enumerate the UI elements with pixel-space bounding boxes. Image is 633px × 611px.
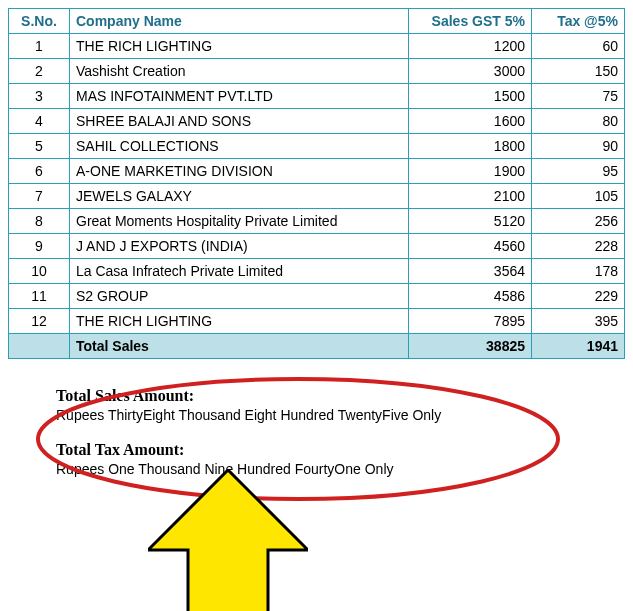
cell-tax: 90 (532, 134, 625, 159)
cell-sno: 9 (9, 234, 70, 259)
total-tax-amount-words: Rupees One Thousand Nine Hundred FourtyO… (56, 461, 625, 477)
cell-sno: 10 (9, 259, 70, 284)
table-row: 3MAS INFOTAINMENT PVT.LTD150075 (9, 84, 625, 109)
total-sales-amount-words: Rupees ThirtyEight Thousand Eight Hundre… (56, 407, 625, 423)
cell-tax: 150 (532, 59, 625, 84)
cell-sales: 1900 (409, 159, 532, 184)
table-row: 12THE RICH LIGHTING7895395 (9, 309, 625, 334)
cell-tax: 80 (532, 109, 625, 134)
cell-sno: 11 (9, 284, 70, 309)
cell-company: A-ONE MARKETING DIVISION (70, 159, 409, 184)
cell-company: J AND J EXPORTS (INDIA) (70, 234, 409, 259)
cell-company: THE RICH LIGHTING (70, 309, 409, 334)
cell-tax: 95 (532, 159, 625, 184)
annotation-area: Example 3 (8, 495, 625, 611)
table-row: 9J AND J EXPORTS (INDIA)4560228 (9, 234, 625, 259)
cell-sales: 1500 (409, 84, 532, 109)
total-tax: 1941 (532, 334, 625, 359)
cell-company: Great Moments Hospitality Private Limite… (70, 209, 409, 234)
header-sno: S.No. (9, 9, 70, 34)
table-row: 10La Casa Infratech Private Limited35641… (9, 259, 625, 284)
table-row: 2Vashisht Creation3000150 (9, 59, 625, 84)
cell-sno: 7 (9, 184, 70, 209)
cell-tax: 178 (532, 259, 625, 284)
cell-sales: 3000 (409, 59, 532, 84)
cell-sales: 4586 (409, 284, 532, 309)
amounts-section: Total Sales Amount: Rupees ThirtyEight T… (8, 387, 625, 477)
cell-sno: 1 (9, 34, 70, 59)
table-row: 4SHREE BALAJI AND SONS160080 (9, 109, 625, 134)
cell-sales: 1200 (409, 34, 532, 59)
cell-sno: 5 (9, 134, 70, 159)
cell-tax: 229 (532, 284, 625, 309)
cell-sales: 7895 (409, 309, 532, 334)
svg-marker-1 (148, 470, 308, 611)
cell-sno: 4 (9, 109, 70, 134)
header-company: Company Name (70, 9, 409, 34)
cell-tax: 228 (532, 234, 625, 259)
cell-sno: 12 (9, 309, 70, 334)
cell-company: SHREE BALAJI AND SONS (70, 109, 409, 134)
cell-company: JEWELS GALAXY (70, 184, 409, 209)
table-row: 5SAHIL COLLECTIONS180090 (9, 134, 625, 159)
cell-tax: 60 (532, 34, 625, 59)
cell-sno: 3 (9, 84, 70, 109)
table-row: 8Great Moments Hospitality Private Limit… (9, 209, 625, 234)
total-tax-amount-heading: Total Tax Amount: (56, 441, 625, 459)
cell-sales: 5120 (409, 209, 532, 234)
cell-sales: 2100 (409, 184, 532, 209)
cell-sno: 8 (9, 209, 70, 234)
cell-sales: 4560 (409, 234, 532, 259)
cell-sales: 1800 (409, 134, 532, 159)
total-sno-blank (9, 334, 70, 359)
cell-sales: 3564 (409, 259, 532, 284)
table-row: 11S2 GROUP4586229 (9, 284, 625, 309)
cell-company: Vashisht Creation (70, 59, 409, 84)
cell-sales: 1600 (409, 109, 532, 134)
total-sales: 38825 (409, 334, 532, 359)
cell-company: SAHIL COLLECTIONS (70, 134, 409, 159)
header-sales: Sales GST 5% (409, 9, 532, 34)
cell-tax: 75 (532, 84, 625, 109)
table-header-row: S.No. Company Name Sales GST 5% Tax @5% (9, 9, 625, 34)
total-sales-amount-heading: Total Sales Amount: (56, 387, 625, 405)
table-row: 1THE RICH LIGHTING120060 (9, 34, 625, 59)
header-tax: Tax @5% (532, 9, 625, 34)
total-label: Total Sales (70, 334, 409, 359)
cell-sno: 6 (9, 159, 70, 184)
table-total-row: Total Sales 38825 1941 (9, 334, 625, 359)
cell-tax: 256 (532, 209, 625, 234)
cell-sno: 2 (9, 59, 70, 84)
cell-tax: 395 (532, 309, 625, 334)
sales-table: S.No. Company Name Sales GST 5% Tax @5% … (8, 8, 625, 359)
cell-company: MAS INFOTAINMENT PVT.LTD (70, 84, 409, 109)
table-row: 6A-ONE MARKETING DIVISION190095 (9, 159, 625, 184)
cell-company: THE RICH LIGHTING (70, 34, 409, 59)
cell-tax: 105 (532, 184, 625, 209)
up-arrow-icon (148, 470, 308, 611)
cell-company: S2 GROUP (70, 284, 409, 309)
table-row: 7JEWELS GALAXY2100105 (9, 184, 625, 209)
cell-company: La Casa Infratech Private Limited (70, 259, 409, 284)
